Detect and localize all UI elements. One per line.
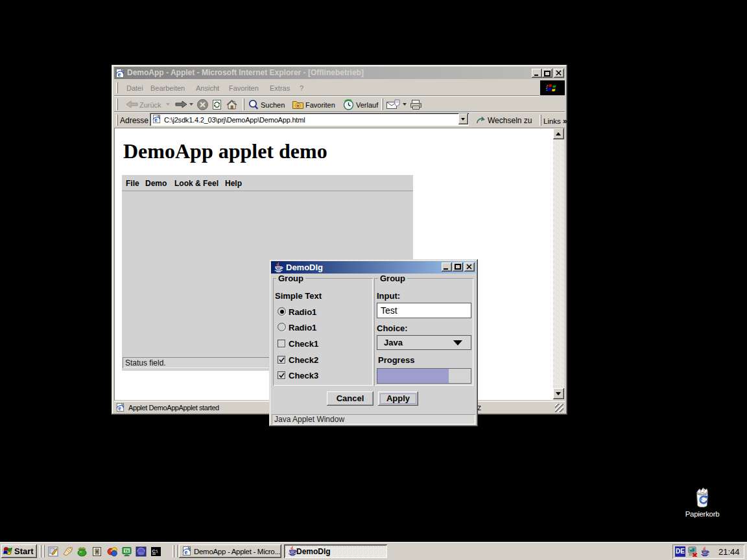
svg-text:TX: TX xyxy=(124,549,129,553)
svg-text:C:\: C:\ xyxy=(152,549,158,554)
